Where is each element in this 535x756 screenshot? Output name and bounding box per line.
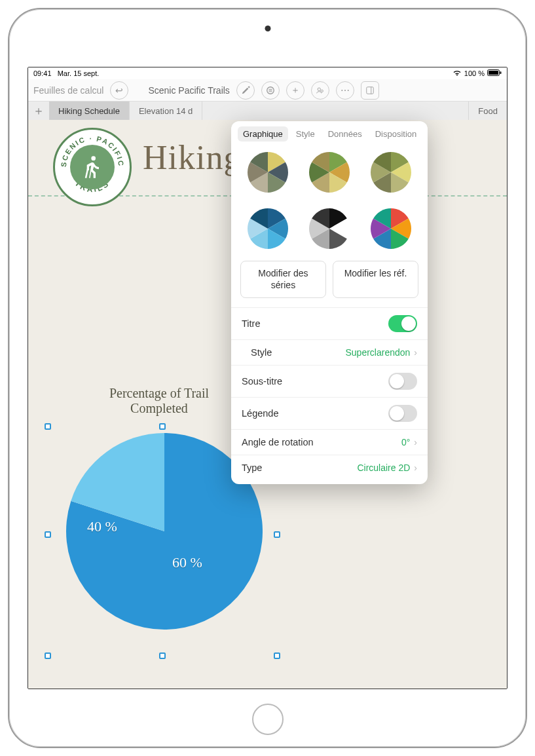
row-style-label: Style <box>242 347 272 358</box>
row-subtitle: Sous-titre <box>231 365 428 397</box>
popover-tab-graphique[interactable]: Graphique <box>238 126 288 142</box>
selection-handle[interactable] <box>45 531 51 538</box>
logo-badge: SCENIC · PACIFIC TRAILS <box>53 128 132 206</box>
title-switch[interactable] <box>388 315 417 332</box>
hiker-icon <box>70 145 115 189</box>
svg-point-9 <box>91 156 96 161</box>
svg-point-5 <box>321 90 323 92</box>
row-rotation[interactable]: Angle de rotation 0° › <box>231 429 428 455</box>
svg-point-4 <box>318 88 320 90</box>
row-title: Titre <box>231 307 428 339</box>
selection-handle[interactable] <box>159 423 166 430</box>
chart-style-swatch[interactable] <box>248 152 288 193</box>
doc-title[interactable]: Scenic Pacific Trails <box>148 85 229 96</box>
battery-icon <box>487 69 502 77</box>
svg-rect-1 <box>489 71 498 75</box>
format-popover: Graphique Style Données Disposition Modi… <box>231 121 428 484</box>
sheet-tabs: ＋ Hiking Schedule Elevation 14 d Food <box>28 102 507 120</box>
status-bar: 09:41 Mar. 15 sept. 100 % <box>28 67 507 79</box>
chart-title[interactable]: Percentage of Trail Completed <box>84 386 234 416</box>
add-sheet-button[interactable]: ＋ <box>28 102 49 120</box>
tab-spacer <box>202 102 469 120</box>
popover-tabs: Graphique Style Données Disposition <box>231 121 428 145</box>
row-rotation-label: Angle de rotation <box>242 437 314 447</box>
selection-handle[interactable] <box>159 652 166 659</box>
style-swatches <box>231 145 428 261</box>
row-style[interactable]: Style Superclarendon › <box>231 339 428 365</box>
selection-handle[interactable] <box>45 652 51 659</box>
pie-label-40: 40 % <box>87 518 117 535</box>
add-button[interactable]: ＋ <box>286 81 304 100</box>
svg-rect-6 <box>367 86 374 94</box>
format-icon[interactable] <box>261 81 280 100</box>
tab-elevation[interactable]: Elevation 14 d <box>130 102 202 120</box>
pie-label-60: 60 % <box>172 554 202 571</box>
selection-handle[interactable] <box>274 652 280 659</box>
subtitle-switch[interactable] <box>388 373 417 390</box>
status-battery: 100 % <box>464 69 485 77</box>
status-date: Mar. 15 sept. <box>58 69 100 77</box>
chart-style-swatch[interactable] <box>309 152 350 193</box>
chart-style-swatch[interactable] <box>371 152 411 193</box>
back-button[interactable]: Feuilles de calcul <box>33 85 103 96</box>
edit-refs-button[interactable]: Modifier les réf. <box>333 261 418 298</box>
row-rotation-value: 0° <box>401 437 410 447</box>
row-legend: Légende <box>231 397 428 429</box>
row-title-label: Titre <box>242 318 260 329</box>
chevron-right-icon: › <box>414 463 417 473</box>
row-type[interactable]: Type Circulaire 2D › <box>231 455 428 480</box>
popover-tab-style[interactable]: Style <box>291 126 320 142</box>
selection-handle[interactable] <box>45 423 51 430</box>
undo-button[interactable]: ↩ <box>110 81 128 100</box>
ipad-frame: 09:41 Mar. 15 sept. 100 % Feuilles de ca… <box>8 8 527 748</box>
row-style-value: Superclarendon <box>345 347 410 358</box>
wifi-icon <box>452 69 462 77</box>
row-type-label: Type <box>242 463 262 473</box>
chevron-right-icon: › <box>414 347 417 358</box>
row-subtitle-label: Sous-titre <box>242 376 282 387</box>
svg-rect-2 <box>500 71 502 74</box>
sidebar-icon[interactable] <box>361 81 379 100</box>
chevron-right-icon: › <box>414 437 417 447</box>
row-type-value: Circulaire 2D <box>357 463 410 473</box>
popover-tab-donnees[interactable]: Données <box>323 126 367 142</box>
popover-tab-disposition[interactable]: Disposition <box>370 126 422 142</box>
toolbar: Feuilles de calcul ↩ Scenic Pacific Trai… <box>28 79 507 102</box>
paintbrush-icon[interactable] <box>236 81 255 100</box>
chart-style-swatch[interactable] <box>371 208 411 249</box>
selection-handle[interactable] <box>274 531 280 538</box>
home-button[interactable] <box>252 704 284 735</box>
camera-dot <box>265 26 270 31</box>
row-legend-label: Légende <box>242 408 278 419</box>
legend-switch[interactable] <box>388 405 417 422</box>
chart-style-swatch[interactable] <box>248 208 288 249</box>
tab-food[interactable]: Food <box>469 102 507 120</box>
collab-icon[interactable] <box>311 81 329 100</box>
tab-hiking-schedule[interactable]: Hiking Schedule <box>49 102 130 120</box>
screen: 09:41 Mar. 15 sept. 100 % Feuilles de ca… <box>28 67 507 689</box>
more-icon[interactable]: ⋯ <box>336 81 354 100</box>
status-time: 09:41 <box>33 69 52 77</box>
edit-series-button[interactable]: Modifier des séries <box>240 261 326 298</box>
chart-style-swatch[interactable] <box>309 208 350 249</box>
